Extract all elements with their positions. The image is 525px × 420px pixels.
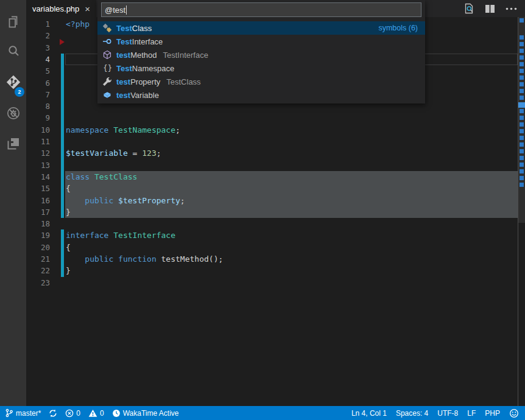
tab-title: variables.php [32, 4, 79, 13]
overview-ruler-mark [520, 96, 524, 100]
open-preview-button[interactable] [463, 3, 474, 14]
status-item-git-branch[interactable]: master* [5, 408, 41, 418]
error-icon [65, 409, 74, 418]
status-item-label: Ln 4, Col 1 [351, 409, 387, 418]
scrollbar-slider[interactable] [518, 17, 525, 223]
line-number: 12 [26, 147, 50, 159]
overview-ruler-scrollbar[interactable] [518, 17, 525, 406]
code-line-11[interactable]: 11 [26, 136, 518, 148]
quick-open-query: @test [105, 5, 125, 15]
line-number: 18 [26, 218, 50, 229]
overview-ruler-mark [520, 18, 524, 23]
line-number: 10 [26, 124, 50, 136]
code-line-10[interactable]: 10namespace TestNamespace; [26, 124, 518, 136]
status-item-wakatime[interactable]: WakaTime Active [112, 409, 179, 418]
symbol-class-icon [102, 23, 112, 33]
quick-open-result-testVariable[interactable]: testVariable [97, 88, 425, 102]
editor-title-actions [463, 0, 525, 17]
code-line-18[interactable]: 18 [26, 218, 518, 230]
code-line-14[interactable]: 14class TestClass [26, 171, 518, 183]
code-line-21[interactable]: 21 public function testMethod(); [26, 253, 518, 265]
code-line-15[interactable]: 15{ [26, 183, 518, 195]
line-number: 6 [26, 77, 50, 89]
clock-icon [112, 409, 121, 418]
svg-text:{: { [104, 64, 108, 72]
overview-ruler-mark [520, 109, 524, 113]
quick-open-result-TestClass[interactable]: TestClasssymbols (6) [97, 21, 425, 35]
overview-ruler-mark [520, 176, 524, 180]
overview-ruler-mark [520, 156, 524, 160]
status-item-language-mode[interactable]: PHP [485, 409, 500, 418]
status-bar-left: master*00WakaTime Active [0, 408, 179, 418]
overview-ruler-mark [520, 35, 524, 40]
status-item-errors[interactable]: 0 [65, 409, 80, 418]
tab-variables-php[interactable]: variables.php × [26, 0, 96, 17]
status-item-label: 0 [100, 409, 104, 418]
symbol-method-icon [102, 50, 112, 60]
open-preview-icon [463, 3, 474, 14]
quick-open-result-TestInterface[interactable]: TestInterface [97, 35, 425, 48]
close-icon[interactable]: × [85, 4, 90, 13]
code-line-23[interactable]: 23 [26, 277, 518, 289]
code-text: $testVariable = 123; [66, 147, 161, 159]
symbol-namespace-icon: {} [102, 63, 112, 73]
split-editor-button[interactable] [485, 4, 495, 13]
feedback-smiley-icon [509, 408, 519, 418]
line-number: 7 [26, 89, 50, 100]
quick-open-input[interactable]: @test [101, 2, 421, 17]
code-line-16[interactable]: 16 public $testProperty; [26, 195, 518, 207]
search-icon [5, 43, 21, 59]
code-line-12[interactable]: 12$testVariable = 123; [26, 147, 518, 159]
result-group-badge: symbols (6) [378, 24, 418, 32]
symbol-container-detail: TestInterface [163, 51, 208, 60]
activity-bar-item-explorer[interactable] [0, 10, 26, 34]
code-text: <?php [66, 18, 90, 30]
status-item-warnings[interactable]: 0 [88, 409, 104, 418]
activity-bar: 2 [0, 0, 26, 406]
code-text: public function testMethod(); [66, 253, 223, 265]
line-number: 13 [26, 159, 50, 171]
code-line-19[interactable]: 19interface TestInterface [26, 229, 518, 242]
git-branch-icon [5, 408, 13, 418]
status-item-encoding[interactable]: UTF-8 [437, 409, 458, 418]
status-item-indentation[interactable]: Spaces: 4 [396, 409, 428, 418]
status-item-cursor-position[interactable]: Ln 4, Col 1 [351, 409, 387, 418]
line-number: 1 [26, 18, 50, 30]
overview-ruler-mark [520, 183, 524, 187]
symbol-label: TestClass [116, 24, 152, 33]
status-item-eol[interactable]: LF [467, 409, 476, 418]
code-line-22[interactable]: 22} [26, 265, 518, 277]
overview-ruler-mark [520, 42, 524, 46]
debug-icon [5, 105, 21, 121]
line-number: 15 [26, 183, 50, 194]
files-icon [5, 14, 21, 30]
symbol-label: TestInterface [116, 37, 163, 46]
activity-bar-item-search[interactable] [0, 39, 26, 63]
overview-ruler-mark [520, 69, 524, 73]
status-bar-right: Ln 4, Col 1Spaces: 4UTF-8LFPHP [351, 408, 525, 418]
code-text: } [66, 265, 71, 276]
line-number: 2 [26, 30, 50, 41]
overview-ruler-mark [520, 82, 524, 86]
activity-bar-item-extensions[interactable] [0, 131, 26, 156]
code-text: } [66, 206, 71, 218]
overview-ruler-mark [520, 142, 524, 147]
overview-ruler-mark [520, 49, 524, 53]
symbol-label: testMethod [116, 51, 157, 60]
code-line-9[interactable]: 9 [26, 112, 518, 124]
line-number: 4 [26, 54, 50, 65]
quick-open-result-testMethod[interactable]: testMethodTestInterface [97, 48, 425, 61]
code-line-13[interactable]: 13 [26, 159, 518, 172]
status-item-sync[interactable] [49, 409, 57, 418]
code-line-20[interactable]: 20{ [26, 242, 518, 254]
quick-open-results: TestClasssymbols (6)TestInterfacetestMet… [97, 21, 425, 102]
activity-bar-item-debug[interactable] [0, 101, 26, 125]
code-line-17[interactable]: 17} [26, 206, 518, 219]
status-item-feedback[interactable] [509, 408, 519, 418]
more-actions-button[interactable] [506, 7, 517, 10]
quick-open-result-TestNamespace[interactable]: {}TestNamespace [97, 61, 425, 75]
status-item-label: master* [16, 409, 41, 418]
line-number: 8 [26, 100, 50, 112]
quick-open-result-testProperty[interactable]: testPropertyTestClass [97, 75, 425, 88]
activity-bar-item-source-control[interactable]: 2 [0, 70, 26, 94]
